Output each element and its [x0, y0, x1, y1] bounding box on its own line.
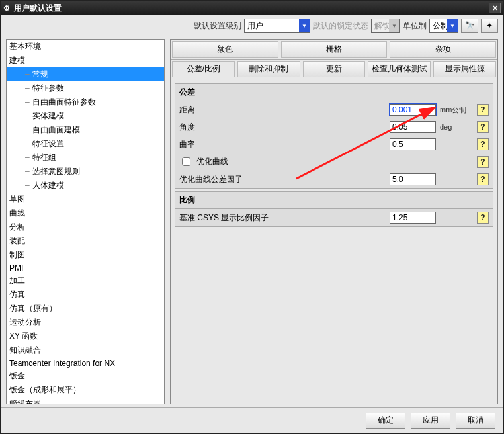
toolbar: 默认设置级别 用户 ▼ 默认的锁定状态 解锁 ▼ 单位制 公制 ▼ 🔭 ✦ [1, 15, 503, 36]
tree-item-label: 制图 [9, 250, 25, 259]
csys-scale-row: 基准 CSYS 显示比例因子 ? [175, 209, 493, 226]
tree-item-label: 运动分析 [9, 318, 41, 327]
tree-item-label: 仿真 [9, 290, 25, 299]
tree-item-label: XY 函数 [9, 331, 38, 341]
distance-label: 距离 [179, 105, 272, 116]
apply-button[interactable]: 应用 [411, 413, 450, 429]
curvature-input[interactable] [390, 138, 436, 150]
tree-item-label: 特征参数 [32, 83, 64, 93]
lock-select: 解锁 ▼ [371, 19, 400, 33]
csys-scale-input[interactable] [390, 212, 436, 224]
tree-item-label: 加工 [9, 276, 25, 285]
tree-item-label: 特征组 [32, 153, 56, 162]
distance-row: 距离 mm公制 ? [175, 101, 493, 118]
tree-item-label: PMI [9, 263, 23, 273]
tree-root-item[interactable]: XY 函数 [7, 329, 164, 343]
sub-tab[interactable]: 公差/比例 [172, 61, 235, 77]
tree-root-item[interactable]: PMI [7, 262, 164, 274]
tree-root-item[interactable]: 分析 [7, 220, 164, 234]
tree-root-item[interactable]: 管线布置 [7, 397, 164, 404]
tree-dash-icon: – [25, 97, 30, 107]
tree-root-item[interactable]: 知识融合 [7, 343, 164, 357]
help-button[interactable]: ? [477, 156, 489, 168]
tree-dash-icon: – [25, 153, 30, 162]
distance-input[interactable] [390, 104, 436, 116]
top-tab[interactable]: 栅格 [281, 41, 388, 58]
tree-item-label: 常规 [32, 69, 48, 79]
category-tree[interactable]: 基本环境建模–常规–特征参数–自由曲面特征参数–实体建模–自由曲面建模–特征设置… [6, 39, 165, 404]
tree-child-item[interactable]: –人体建模 [7, 179, 164, 193]
help-button[interactable]: ? [477, 173, 489, 185]
help-button[interactable]: ? [477, 121, 489, 133]
dialog-footer: 确定 应用 取消 [1, 407, 503, 433]
tolerance-title: 公差 [175, 84, 493, 101]
tree-child-item[interactable]: –选择意图规则 [7, 165, 164, 179]
level-select[interactable]: 用户 ▼ [244, 19, 310, 33]
help-button[interactable]: ? [477, 104, 489, 116]
tree-root-item[interactable]: 钣金 [7, 369, 164, 383]
optimize-factor-row: 优化曲线公差因子 ? [175, 171, 493, 188]
tree-root-item[interactable]: 制图 [7, 248, 164, 262]
tree-dash-icon: – [25, 69, 30, 79]
close-button[interactable]: ✕ [489, 3, 501, 13]
csys-scale-label: 基准 CSYS 显示比例因子 [179, 212, 298, 224]
chevron-down-icon: ▼ [299, 19, 310, 32]
tree-item-label: 分析 [9, 222, 25, 232]
tree-root-item[interactable]: 基本环境 [7, 40, 164, 54]
tree-root-item[interactable]: 加工 [7, 274, 164, 288]
tree-root-item[interactable]: 钣金（成形和展平） [7, 383, 164, 397]
chevron-down-icon: ▼ [389, 19, 399, 32]
help-button[interactable]: ? [477, 138, 489, 150]
tree-root-item[interactable]: 草图 [7, 193, 164, 206]
content-area: 颜色栅格杂项 公差/比例删除和抑制更新检查几何体测试显示属性源 公差 [170, 39, 498, 404]
scale-title: 比例 [175, 192, 493, 209]
top-tab[interactable]: 杂项 [390, 41, 496, 58]
tree-dash-icon: – [25, 111, 30, 120]
tree-item-label: 仿真（原有） [9, 304, 57, 313]
tree-item-label: 基本环境 [9, 42, 41, 51]
help-button[interactable]: ? [477, 212, 489, 224]
sub-tab[interactable]: 更新 [303, 61, 366, 77]
tree-child-item[interactable]: –自由曲面特征参数 [7, 95, 164, 109]
tree-root-item[interactable]: Teamcenter Integration for NX [7, 357, 164, 369]
tree-child-item[interactable]: –特征组 [7, 151, 164, 165]
close-icon: ✕ [492, 4, 498, 13]
tree-dash-icon: – [25, 167, 30, 176]
unit-value: 公制 [433, 21, 448, 32]
tree-root-item[interactable]: 运动分析 [7, 316, 164, 329]
sub-tab[interactable]: 显示属性源 [433, 61, 496, 77]
sub-tab[interactable]: 检查几何体测试 [368, 61, 431, 77]
tree-dash-icon: – [25, 139, 30, 148]
optimize-curve-label: 优化曲线 [196, 156, 228, 167]
tree-root-item[interactable]: 仿真（原有） [7, 302, 164, 316]
tree-child-item[interactable]: –常规 [7, 67, 164, 81]
curvature-label: 曲率 [179, 139, 272, 150]
tree-item-label: 选择意图规则 [32, 167, 80, 176]
angle-input[interactable] [390, 121, 436, 133]
level-value: 用户 [247, 21, 263, 32]
unit-select[interactable]: 公制 ▼ [429, 19, 458, 33]
tree-root-item[interactable]: 装配 [7, 234, 164, 248]
tree-child-item[interactable]: –实体建模 [7, 109, 164, 123]
distance-unit: mm公制 [440, 105, 473, 115]
optimize-curve-checkbox[interactable] [182, 157, 190, 166]
tree-child-item[interactable]: –特征参数 [7, 81, 164, 95]
tree-child-item[interactable]: –特征设置 [7, 137, 164, 151]
find-button[interactable]: 🔭 [461, 19, 478, 33]
cancel-button[interactable]: 取消 [456, 413, 495, 429]
tree-child-item[interactable]: –自由曲面建模 [7, 123, 164, 137]
tree-item-label: 装配 [9, 236, 25, 245]
top-tab[interactable]: 颜色 [172, 41, 278, 58]
tree-root-item[interactable]: 建模 [7, 54, 164, 67]
tree-item-label: 管线布置 [9, 399, 41, 404]
reset-button[interactable]: ✦ [481, 19, 498, 33]
tree-item-label: 钣金（成形和展平） [9, 385, 81, 394]
sub-tab[interactable]: 删除和抑制 [237, 61, 300, 77]
optimize-factor-input[interactable] [390, 173, 436, 185]
tree-root-item[interactable]: 曲线 [7, 206, 164, 220]
tree-item-label: 建模 [9, 56, 25, 65]
chevron-down-icon: ▼ [447, 19, 458, 32]
tree-item-label: 曲线 [9, 208, 25, 218]
tree-root-item[interactable]: 仿真 [7, 288, 164, 302]
ok-button[interactable]: 确定 [366, 413, 405, 429]
